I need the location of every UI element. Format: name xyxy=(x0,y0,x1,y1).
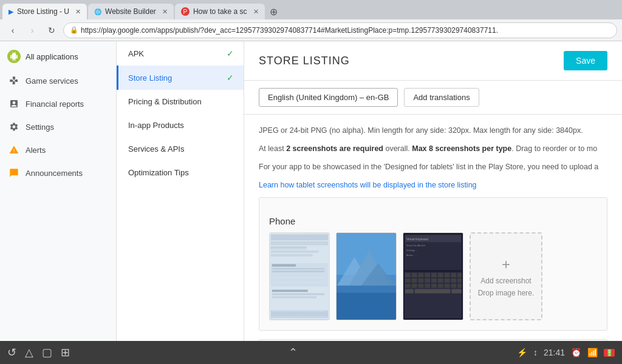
content-body: JPEG or 24-bit PNG (no alpha). Min lengt… xyxy=(244,115,622,363)
check-icon-store-listing: ✓ xyxy=(227,73,234,83)
svg-rect-31 xyxy=(419,273,424,277)
svg-rect-10 xyxy=(272,290,308,292)
info-text-1: JPEG or 24-bit PNG (no alpha). Min lengt… xyxy=(259,124,607,136)
sidebar-item-game-services[interactable]: Game services xyxy=(0,69,116,92)
address-bar[interactable]: 🔒 https://play.google.com/apps/publish/?… xyxy=(63,22,617,38)
svg-rect-48 xyxy=(412,284,417,288)
sub-nav-apk[interactable]: APK ✓ xyxy=(117,41,244,66)
new-tab-button[interactable]: ⊕ xyxy=(266,4,282,19)
clock: 21:41 xyxy=(544,348,565,357)
sidebar-item-financial-reports[interactable]: Financial reports xyxy=(0,92,116,115)
svg-rect-7 xyxy=(272,264,296,266)
battery-icon: 🔋 xyxy=(604,349,615,357)
add-screenshot-label: Add screenshot xyxy=(480,277,531,285)
svg-rect-38 xyxy=(405,278,411,283)
tab-store-listing[interactable]: ▶ Store Listing - U ✕ xyxy=(2,4,87,19)
tab-close-3[interactable]: ✕ xyxy=(253,8,259,16)
recents-taskbar-button[interactable]: ▢ xyxy=(42,346,52,359)
screenshots-grid: Virtual Keyboard Send Ctrl+Alt+Del Setti… xyxy=(269,232,597,320)
svg-rect-42 xyxy=(431,278,437,283)
lock-icon: 🔒 xyxy=(70,26,78,34)
sync-icon: ↕ xyxy=(533,348,538,357)
sub-nav-services[interactable]: Services & APIs xyxy=(117,137,244,161)
browser-chrome: ▶ Store Listing - U ✕ 🌐 Website Builder … xyxy=(0,0,622,41)
svg-rect-2 xyxy=(271,241,328,245)
nav-bar: ‹ › ↻ 🔒 https://play.google.com/apps/pub… xyxy=(0,19,622,41)
add-translations-button[interactable]: Add translations xyxy=(404,88,479,107)
sub-nav-label-store-listing: Store Listing xyxy=(128,73,172,83)
tablet-screenshots-link[interactable]: Learn how tablet screenshots will be dis… xyxy=(259,181,477,189)
svg-rect-29 xyxy=(405,273,411,277)
android-icon xyxy=(7,50,21,63)
svg-rect-43 xyxy=(438,278,443,283)
taskbar-right: ⚡ ↕ 21:41 ⏰ 📶 🔋 xyxy=(517,348,615,357)
gear-icon xyxy=(9,121,19,132)
refresh-button[interactable]: ↻ xyxy=(44,22,60,38)
sidebar-item-announcements[interactable]: Announcements xyxy=(0,161,116,184)
svg-rect-47 xyxy=(405,284,411,288)
usb-icon: ⚡ xyxy=(517,348,527,357)
svg-rect-40 xyxy=(419,278,424,283)
svg-rect-6 xyxy=(271,263,328,286)
svg-rect-13 xyxy=(271,311,328,318)
apps-taskbar-button[interactable]: ⊞ xyxy=(61,346,70,359)
tab-close-1[interactable]: ✕ xyxy=(75,8,81,16)
sub-nav-in-app[interactable]: In-app Products xyxy=(117,113,244,137)
svg-rect-35 xyxy=(445,273,450,277)
info-text-2: At least 2 screenshots are required over… xyxy=(259,143,607,155)
forward-button[interactable]: › xyxy=(24,22,40,38)
keyboard-hide-button[interactable]: ⌃ xyxy=(289,346,298,359)
back-taskbar-button[interactable]: ↺ xyxy=(7,346,16,359)
add-screenshot-placeholder[interactable]: + Add screenshot Drop image here. xyxy=(470,232,542,320)
svg-rect-20 xyxy=(337,292,396,319)
app-container: All applications Game services Financial… xyxy=(0,41,622,363)
tab-title-1: Store Listing - U xyxy=(17,7,69,16)
wifi-icon: 📶 xyxy=(587,348,598,357)
alarm-icon: ⏰ xyxy=(571,348,581,357)
svg-rect-39 xyxy=(412,278,417,283)
svg-rect-58 xyxy=(451,289,462,294)
language-bar: English (United Kingdom) – en-GB Add tra… xyxy=(244,81,622,115)
sidebar-item-alerts[interactable]: Alerts xyxy=(0,138,116,161)
back-button[interactable]: ‹ xyxy=(5,22,21,38)
sidebar-app-title: All applications xyxy=(26,52,78,61)
home-taskbar-button[interactable]: △ xyxy=(25,346,33,359)
svg-rect-55 xyxy=(457,284,462,288)
language-button[interactable]: English (United Kingdom) – en-GB xyxy=(259,88,398,107)
phone-screenshots-section: Phone xyxy=(259,197,607,331)
screenshot-2[interactable] xyxy=(336,232,397,320)
taskbar-center: ⌃ xyxy=(289,346,298,359)
tab-icon-3: P xyxy=(181,7,190,16)
save-button[interactable]: Save xyxy=(564,51,607,70)
sub-nav-store-listing[interactable]: Store Listing ✓ xyxy=(117,66,244,90)
sidebar-item-settings[interactable]: Settings xyxy=(0,115,116,138)
screenshot-1[interactable] xyxy=(269,232,330,320)
gamepad-icon xyxy=(9,75,19,86)
tab-close-2[interactable]: ✕ xyxy=(162,8,168,16)
sub-nav-pricing[interactable]: Pricing & Distribution xyxy=(117,90,244,113)
check-icon-apk: ✓ xyxy=(227,49,234,58)
sidebar: All applications Game services Financial… xyxy=(0,41,117,363)
svg-rect-9 xyxy=(272,271,324,272)
screenshot-3[interactable]: Virtual Keyboard Send Ctrl+Alt+Del Setti… xyxy=(403,232,463,320)
tab-website-builder[interactable]: 🌐 Website Builder ✕ xyxy=(88,4,174,19)
svg-rect-11 xyxy=(272,293,324,295)
alert-icon xyxy=(9,144,19,155)
svg-rect-54 xyxy=(451,284,456,288)
taskbar: ↺ △ ▢ ⊞ ⌃ ⚡ ↕ 21:41 ⏰ 📶 🔋 xyxy=(0,341,622,364)
svg-rect-46 xyxy=(457,278,462,283)
announce-icon xyxy=(9,167,19,178)
svg-rect-37 xyxy=(457,273,462,277)
sub-nav-label-optimization: Optimization Tips xyxy=(128,168,189,177)
svg-rect-4 xyxy=(271,251,318,253)
sub-nav-optimization[interactable]: Optimization Tips xyxy=(117,161,244,184)
svg-rect-34 xyxy=(438,273,443,277)
tab-icon-2: 🌐 xyxy=(94,8,101,15)
svg-rect-30 xyxy=(412,273,417,277)
phone-section-label: Phone xyxy=(269,216,597,226)
svg-rect-36 xyxy=(451,273,456,277)
svg-rect-32 xyxy=(425,273,430,277)
tab-how-to[interactable]: P How to take a sc ✕ xyxy=(175,4,265,19)
svg-text:Settings ...: Settings ... xyxy=(406,249,417,252)
svg-rect-45 xyxy=(451,278,456,283)
